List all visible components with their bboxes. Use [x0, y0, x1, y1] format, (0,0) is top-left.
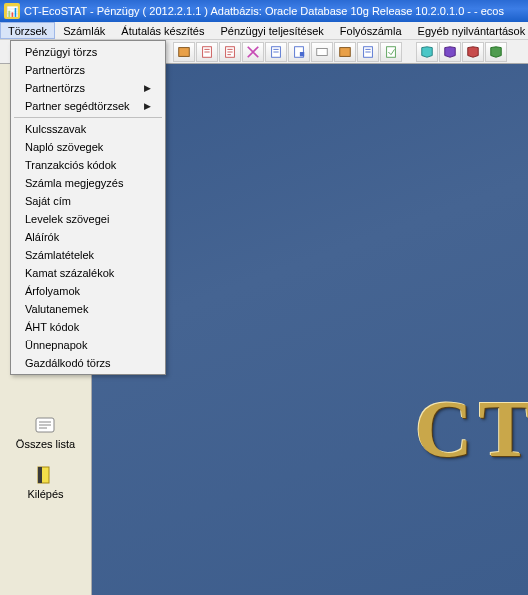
submenu-arrow-icon: ▶ [144, 83, 151, 93]
dd-szamla-megj[interactable]: Számla megjegyzés [11, 174, 165, 192]
dd-naplo[interactable]: Napló szövegek [11, 138, 165, 156]
menu-atutalas[interactable]: Átutalás készítés [113, 22, 212, 39]
menu-egyeb[interactable]: Egyéb nyilvántartások [410, 22, 528, 39]
dd-levelek[interactable]: Levelek szövegei [11, 210, 165, 228]
titlebar: 📊 CT-EcoSTAT - Pénzügy ( 2012.2.1.1 ) Ad… [0, 0, 528, 22]
svg-rect-0 [179, 47, 190, 56]
exit-icon [34, 464, 56, 486]
app-icon: 📊 [4, 3, 20, 19]
toolbar-btn-6[interactable] [288, 42, 310, 62]
sidebar-item-kilepes[interactable]: Kilépés [27, 464, 63, 500]
dd-arfolyamok[interactable]: Árfolyamok [11, 282, 165, 300]
svg-rect-5 [300, 52, 304, 56]
dd-gazdalkodo[interactable]: Gazdálkodó törzs [11, 354, 165, 372]
toolbar-btn-8[interactable] [334, 42, 356, 62]
svg-rect-12 [38, 467, 42, 483]
list-icon [34, 414, 56, 436]
submenu-arrow-icon: ▶ [144, 101, 151, 111]
toolbar-btn-13[interactable] [462, 42, 484, 62]
dd-sajat-cim[interactable]: Saját cím [11, 192, 165, 210]
menu-folyoszamla[interactable]: Folyószámla [332, 22, 410, 39]
brand-logo: CT [415, 384, 528, 475]
toolbar-btn-3[interactable] [219, 42, 241, 62]
toolbar-btn-5[interactable] [265, 42, 287, 62]
toolbar-btn-7[interactable] [311, 42, 333, 62]
dd-partnertorzs-2[interactable]: Partnertörzs▶ [11, 79, 165, 97]
dd-tranzakcios[interactable]: Tranzakciós kódok [11, 156, 165, 174]
dd-penzugyi-torzs[interactable]: Pénzügyi törzs [11, 43, 165, 61]
svg-rect-9 [387, 46, 396, 57]
sidebar-label-osszes: Összes lista [16, 438, 75, 450]
window-title: CT-EcoSTAT - Pénzügy ( 2012.2.1.1 ) Adat… [24, 5, 504, 17]
menu-penzugyi[interactable]: Pénzügyi teljesítések [212, 22, 331, 39]
toolbar-btn-12[interactable] [439, 42, 461, 62]
dropdown-torzsek: Pénzügyi törzs Partnertörzs Partnertörzs… [10, 40, 166, 375]
toolbar-btn-1[interactable] [173, 42, 195, 62]
sidebar-item-osszes-lista[interactable]: Összes lista [16, 414, 75, 450]
toolbar-btn-14[interactable] [485, 42, 507, 62]
toolbar-btn-10[interactable] [380, 42, 402, 62]
toolbar-btn-2[interactable] [196, 42, 218, 62]
dd-alairok[interactable]: Aláírók [11, 228, 165, 246]
svg-rect-7 [340, 47, 351, 56]
toolbar-btn-9[interactable] [357, 42, 379, 62]
sidebar-label-kilepes: Kilépés [27, 488, 63, 500]
menubar: Törzsek Számlák Átutalás készítés Pénzüg… [0, 22, 528, 40]
menu-szamlak[interactable]: Számlák [55, 22, 113, 39]
dd-valutanemek[interactable]: Valutanemek [11, 300, 165, 318]
dd-kulcsszavak[interactable]: Kulcsszavak [11, 120, 165, 138]
dd-partnertorzs-1[interactable]: Partnertörzs [11, 61, 165, 79]
dd-partner-seged[interactable]: Partner segédtörzsek▶ [11, 97, 165, 115]
dd-szamlatetelek[interactable]: Számlatételek [11, 246, 165, 264]
dd-unnepnapok[interactable]: Ünnepnapok [11, 336, 165, 354]
dd-aht[interactable]: ÁHT kódok [11, 318, 165, 336]
dd-kamat[interactable]: Kamat százalékok [11, 264, 165, 282]
svg-rect-6 [317, 48, 328, 55]
toolbar-btn-4[interactable] [242, 42, 264, 62]
toolbar-btn-11[interactable] [416, 42, 438, 62]
dropdown-separator [14, 117, 162, 118]
menu-torzsek[interactable]: Törzsek [0, 22, 55, 39]
